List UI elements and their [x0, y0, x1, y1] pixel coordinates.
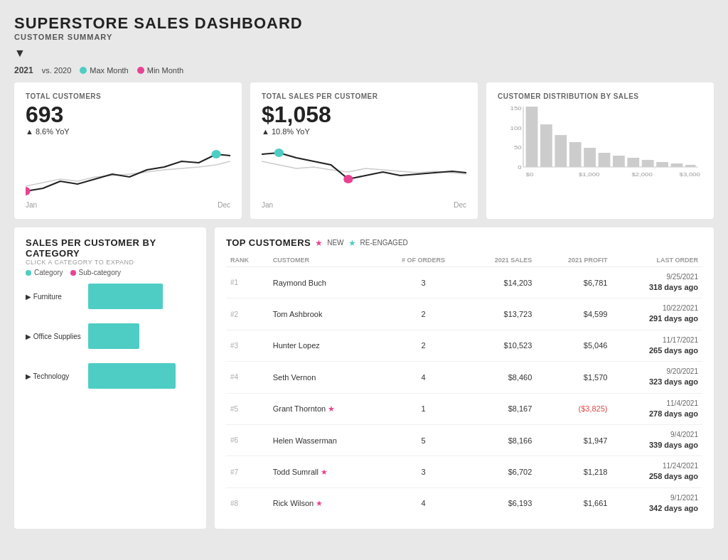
svg-rect-15 — [656, 162, 668, 167]
total-customers-label: TOTAL CUSTOMERS — [26, 92, 230, 100]
table-row: #8 Rick Wilson ★ 4 $6,193 $1,661 9/1/202… — [226, 488, 702, 519]
max-month-label: Max Month — [90, 66, 128, 75]
cell-orders: 4 — [382, 488, 464, 519]
cell-profit: $1,661 — [536, 488, 611, 519]
order-days: 291 days ago — [616, 313, 698, 324]
furniture-bar-wrap — [88, 284, 195, 309]
cell-customer: Raymond Buch — [269, 267, 382, 298]
cell-last-order: 9/1/2021 342 days ago — [611, 488, 702, 519]
chart-dec-label: Dec — [218, 201, 230, 209]
order-date: 11/17/2021 — [616, 335, 698, 345]
cell-orders: 3 — [382, 267, 464, 298]
header: SUPERSTORE SALES DASHBOARD CUSTOMER SUMM… — [14, 14, 714, 41]
cell-sales: $6,702 — [464, 456, 536, 488]
svg-point-3 — [343, 175, 353, 183]
office-bar — [88, 323, 139, 349]
max-month-dot — [80, 67, 87, 74]
cell-customer: Seth Vernon — [269, 362, 382, 393]
svg-text:0: 0 — [518, 164, 521, 171]
table-row: #4 Seth Vernon 4 $8,460 $1,570 9/20/2021… — [226, 362, 702, 393]
col-sales: 2021 SALES — [464, 254, 536, 267]
category-toggle-office[interactable]: ▶ Office Supplies — [26, 333, 82, 340]
total-sales-per-label: TOTAL SALES PER CUSTOMER — [262, 92, 466, 100]
new-star-icon: ★ — [315, 238, 323, 248]
cell-sales: $8,167 — [464, 393, 536, 424]
sales-per-line-chart — [262, 140, 466, 197]
order-days: 339 days ago — [616, 440, 698, 451]
cell-orders: 1 — [382, 393, 464, 424]
dashboard-title: SUPERSTORE SALES DASHBOARD — [14, 14, 714, 33]
filter-icon[interactable]: ▼ — [14, 47, 26, 60]
top-customers-header: TOP CUSTOMERS ★ NEW ★ RE-ENGAGED — [226, 237, 702, 248]
subcategory-legend-label: Sub-category — [79, 269, 121, 276]
order-days: 258 days ago — [616, 471, 698, 482]
svg-text:$1,000: $1,000 — [579, 171, 599, 178]
col-orders: # OF ORDERS — [382, 254, 464, 267]
subcategory-dot — [70, 270, 76, 276]
cell-rank: #4 — [226, 362, 269, 393]
category-row-office[interactable]: ▶ Office Supplies — [26, 323, 195, 349]
cell-last-order: 9/25/2021 318 days ago — [611, 267, 702, 298]
cell-sales: $8,166 — [464, 424, 536, 456]
category-row-technology[interactable]: ▶ Technology — [26, 363, 195, 389]
table-row: #6 Helen Wasserman 5 $8,166 $1,947 9/4/2… — [226, 424, 702, 456]
technology-bar — [88, 363, 176, 389]
order-date: 11/4/2021 — [616, 399, 698, 409]
max-month-legend: Max Month — [80, 66, 128, 75]
svg-rect-13 — [627, 158, 639, 167]
category-legend-item: Category — [26, 269, 63, 276]
svg-text:$0: $0 — [526, 171, 534, 178]
svg-text:$2,000: $2,000 — [631, 171, 652, 178]
category-row-furniture[interactable]: ▶ Furniture — [26, 284, 195, 309]
svg-rect-16 — [671, 163, 683, 167]
cell-rank: #2 — [226, 298, 269, 330]
cell-customer: Helen Wasserman — [269, 424, 382, 456]
cell-profit: $4,599 — [536, 298, 611, 330]
table-row: #7 Todd Sumrall ★ 3 $6,702 $1,218 11/24/… — [226, 456, 702, 488]
cell-profit: $5,046 — [536, 330, 611, 361]
svg-point-2 — [274, 149, 284, 157]
top-customers-table: RANK CUSTOMER # OF ORDERS 2021 SALES 202… — [226, 254, 702, 519]
total-customers-card: TOTAL CUSTOMERS 693 ▲ 8.6% YoY Jan Dec — [14, 82, 242, 219]
category-legend: Category Sub-category — [26, 269, 195, 276]
cell-profit: $6,781 — [536, 267, 611, 298]
top-customers-card: TOP CUSTOMERS ★ NEW ★ RE-ENGAGED RANK CU… — [215, 227, 714, 529]
svg-rect-10 — [584, 148, 596, 167]
cell-sales: $6,193 — [464, 488, 536, 519]
cell-rank: #8 — [226, 488, 269, 519]
furniture-bar — [88, 284, 163, 309]
sales-jan-label: Jan — [262, 201, 273, 209]
col-profit: 2021 PROFIT — [536, 254, 611, 267]
re-legend: RE-ENGAGED — [360, 239, 408, 247]
technology-bar-wrap — [88, 363, 195, 389]
category-section-subtitle: CLICK A CATEGORY TO EXPAND — [26, 259, 195, 266]
total-customers-value: 693 — [26, 103, 230, 126]
order-days: 265 days ago — [616, 345, 698, 356]
min-month-label: Min Month — [147, 66, 183, 75]
cell-rank: #7 — [226, 456, 269, 488]
cell-sales: $13,723 — [464, 298, 536, 330]
legend-vs: vs. 2020 — [42, 66, 72, 75]
category-toggle-technology[interactable]: ▶ Technology — [26, 372, 82, 380]
svg-text:$3,000: $3,000 — [680, 171, 700, 178]
svg-rect-8 — [555, 135, 567, 167]
table-row: #1 Raymond Buch 3 $14,203 $6,781 9/25/20… — [226, 267, 702, 298]
table-row: #3 Hunter Lopez 2 $10,523 $5,046 11/17/2… — [226, 330, 702, 361]
cell-rank: #5 — [226, 393, 269, 424]
order-date: 9/25/2021 — [616, 272, 698, 282]
distribution-card: CUSTOMER DISTRIBUTION BY SALES — [486, 82, 714, 219]
category-toggle-furniture[interactable]: ▶ Furniture — [26, 293, 82, 301]
cell-sales: $8,460 — [464, 362, 536, 393]
order-date: 11/24/2021 — [616, 461, 698, 471]
office-bar-wrap — [88, 323, 195, 349]
cell-last-order: 11/17/2021 265 days ago — [611, 330, 702, 361]
svg-rect-9 — [569, 142, 582, 167]
svg-text:100: 100 — [510, 125, 522, 131]
category-card: SALES PER CUSTOMER BY CATEGORY CLICK A C… — [14, 227, 206, 529]
svg-text:50: 50 — [514, 144, 522, 151]
svg-point-0 — [26, 187, 31, 195]
total-sales-per-card: TOTAL SALES PER CUSTOMER $1,058 ▲ 10.8% … — [250, 82, 478, 219]
top-row: TOTAL CUSTOMERS 693 ▲ 8.6% YoY Jan Dec T… — [14, 82, 714, 219]
customers-line-chart — [26, 140, 230, 197]
bottom-row: SALES PER CUSTOMER BY CATEGORY CLICK A C… — [14, 227, 714, 529]
